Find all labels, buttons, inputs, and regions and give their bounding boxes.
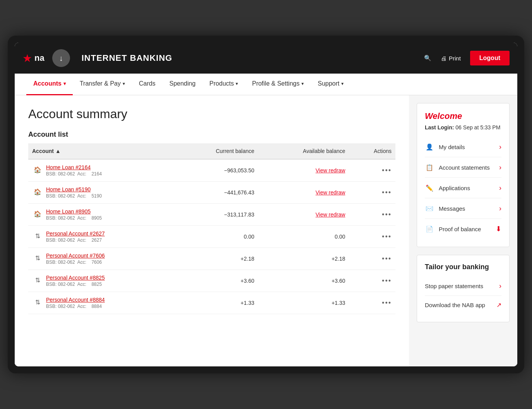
sidebar-item-icon: ✏️ bbox=[425, 183, 434, 192]
external-link-icon: ↗ bbox=[496, 301, 501, 309]
actions-menu-button[interactable]: ••• bbox=[382, 277, 392, 285]
available-balance-cell[interactable]: View redraw bbox=[258, 182, 349, 204]
current-balance-cell: +3.60 bbox=[174, 270, 258, 292]
actions-cell[interactable]: ••• bbox=[349, 226, 395, 248]
print-icon: 🖨 bbox=[441, 55, 446, 62]
nav-profile-settings-chevron: ▾ bbox=[301, 81, 304, 86]
current-balance-cell: +2.18 bbox=[174, 248, 258, 270]
sidebar-item-my-details[interactable]: 👤 My details › bbox=[425, 137, 501, 157]
account-type-icon: 🏠 bbox=[32, 164, 43, 175]
accounts-tbody: 🏠 Home Loan #2164 BSB: 082-062 Acc: 2164… bbox=[28, 159, 395, 314]
tailor-title: Tailor your banking bbox=[425, 263, 501, 271]
search-button[interactable]: 🔍 bbox=[424, 55, 431, 62]
available-balance-cell: +3.60 bbox=[258, 270, 349, 292]
tailor-item-download-nab-app[interactable]: Download the NAB app↗ bbox=[425, 296, 501, 314]
account-sub: BSB: 082-062 Acc: 8825 bbox=[46, 282, 105, 287]
account-link[interactable]: Home Loan #5190 bbox=[46, 186, 91, 192]
nav-products[interactable]: Products ▾ bbox=[202, 74, 245, 95]
sidebar-item-proof-of-balance[interactable]: 📄 Proof of balance ⬇ bbox=[425, 219, 501, 239]
account-sub: BSB: 082-062 Acc: 8905 bbox=[46, 215, 102, 221]
sidebar-item-left: 👤 My details bbox=[425, 142, 465, 151]
available-balance-cell[interactable]: View redraw bbox=[258, 159, 349, 182]
current-balance-cell: −313,117.83 bbox=[174, 204, 258, 226]
actions-menu-button[interactable]: ••• bbox=[382, 255, 392, 263]
nav-cards[interactable]: Cards bbox=[132, 74, 163, 95]
col-header-account[interactable]: Account ▲ bbox=[28, 143, 174, 159]
sidebar-item-icon: 📋 bbox=[425, 163, 434, 172]
view-redraw-link[interactable]: View redraw bbox=[316, 167, 346, 174]
sidebar-item-label: Messages bbox=[439, 205, 465, 212]
logout-button[interactable]: Logout bbox=[470, 51, 510, 65]
search-icon: 🔍 bbox=[424, 55, 431, 62]
available-balance-cell[interactable]: View redraw bbox=[258, 204, 349, 226]
main-content: Account summary Account list Account ▲ C… bbox=[15, 95, 517, 366]
col-header-available-balance: Available balance bbox=[258, 143, 349, 159]
nav-transfer-pay[interactable]: Transfer & Pay ▾ bbox=[73, 74, 132, 95]
logo-area: ★ na ↓ INTERNET BANKING bbox=[22, 49, 172, 67]
download-icon: ↓ bbox=[59, 54, 63, 63]
actions-cell[interactable]: ••• bbox=[349, 159, 395, 182]
account-type-icon: 🏠 bbox=[32, 186, 43, 197]
current-balance-cell: +1.33 bbox=[174, 292, 258, 314]
page-title: Account summary bbox=[28, 107, 395, 121]
sidebar-item-account-statements[interactable]: 📋 Account statements › bbox=[425, 157, 501, 178]
chevron-right-icon: › bbox=[499, 204, 501, 213]
tailor-menu: Stop paper statements›Download the NAB a… bbox=[425, 277, 501, 314]
tailor-item-label: Download the NAB app bbox=[425, 302, 485, 308]
actions-cell[interactable]: ••• bbox=[349, 292, 395, 314]
actions-cell[interactable]: ••• bbox=[349, 182, 395, 204]
account-type-icon: ⇅ bbox=[32, 297, 43, 308]
table-row: ⇅ Personal Account #2627 BSB: 082-062 Ac… bbox=[28, 226, 395, 248]
sidebar-item-label: Applications bbox=[439, 185, 470, 191]
account-type-icon: 🏠 bbox=[32, 208, 43, 219]
nav-profile-settings-label: Profile & Settings bbox=[252, 80, 299, 87]
sidebar-item-messages[interactable]: ✉️ Messages › bbox=[425, 198, 501, 219]
actions-cell[interactable]: ••• bbox=[349, 248, 395, 270]
actions-menu-button[interactable]: ••• bbox=[382, 167, 392, 174]
nav-bar: Accounts ▾ Transfer & Pay ▾ Cards Spendi… bbox=[15, 74, 517, 95]
chevron-right-icon: › bbox=[499, 282, 501, 290]
nav-spending[interactable]: Spending bbox=[163, 74, 203, 95]
current-balance-cell: −441,676.43 bbox=[174, 182, 258, 204]
chevron-right-icon: › bbox=[499, 184, 501, 192]
content-area: Account summary Account list Account ▲ C… bbox=[15, 95, 409, 366]
actions-cell[interactable]: ••• bbox=[349, 204, 395, 226]
account-cell: ⇅ Personal Account #2627 BSB: 082-062 Ac… bbox=[28, 226, 174, 248]
actions-menu-button[interactable]: ••• bbox=[382, 211, 392, 218]
download-icon: ⬇ bbox=[496, 225, 501, 233]
view-redraw-link[interactable]: View redraw bbox=[316, 211, 346, 218]
nav-support-label: Support bbox=[318, 80, 339, 87]
account-link[interactable]: Home Loan #8905 bbox=[46, 208, 91, 215]
account-link[interactable]: Personal Account #7606 bbox=[46, 253, 105, 259]
nav-transfer-pay-label: Transfer & Pay bbox=[80, 80, 121, 87]
account-link[interactable]: Personal Account #8825 bbox=[46, 275, 105, 281]
header-right: 🔍 🖨 Print Logout bbox=[424, 51, 510, 65]
download-circle-button[interactable]: ↓ bbox=[52, 49, 70, 67]
nav-profile-settings[interactable]: Profile & Settings ▾ bbox=[245, 74, 311, 95]
tailor-card: Tailor your banking Stop paper statement… bbox=[417, 255, 510, 322]
actions-cell[interactable]: ••• bbox=[349, 270, 395, 292]
sidebar-item-applications[interactable]: ✏️ Applications › bbox=[425, 178, 501, 198]
print-button[interactable]: 🖨 Print bbox=[441, 55, 461, 62]
account-cell: 🏠 Home Loan #8905 BSB: 082-062 Acc: 8905 bbox=[28, 204, 174, 226]
actions-menu-button[interactable]: ••• bbox=[382, 189, 392, 196]
current-balance-cell: −963,053.50 bbox=[174, 159, 258, 182]
account-link[interactable]: Personal Account #2627 bbox=[46, 230, 105, 237]
account-link[interactable]: Personal Account #8884 bbox=[46, 297, 105, 303]
tailor-item-label: Stop paper statements bbox=[425, 283, 483, 289]
view-redraw-link[interactable]: View redraw bbox=[316, 189, 346, 196]
account-link[interactable]: Home Loan #2164 bbox=[46, 164, 91, 170]
sidebar-menu: 👤 My details › 📋 Account statements › ✏️… bbox=[425, 137, 501, 239]
table-row: ⇅ Personal Account #8825 BSB: 082-062 Ac… bbox=[28, 270, 395, 292]
actions-menu-button[interactable]: ••• bbox=[382, 233, 392, 241]
chevron-right-icon: › bbox=[499, 143, 501, 151]
nav-cards-label: Cards bbox=[139, 80, 156, 87]
header: ★ na ↓ INTERNET BANKING 🔍 🖨 Print Logout bbox=[15, 43, 517, 74]
nab-star-icon: ★ bbox=[22, 52, 32, 65]
device-frame: ★ na ↓ INTERNET BANKING 🔍 🖨 Print Logout bbox=[8, 36, 524, 373]
nav-support[interactable]: Support ▾ bbox=[311, 74, 351, 95]
nav-accounts[interactable]: Accounts ▾ bbox=[26, 74, 73, 95]
actions-menu-button[interactable]: ••• bbox=[382, 299, 392, 307]
tailor-item-stop-paper-statements[interactable]: Stop paper statements› bbox=[425, 277, 501, 296]
last-login-label: Last Login: bbox=[425, 124, 454, 131]
